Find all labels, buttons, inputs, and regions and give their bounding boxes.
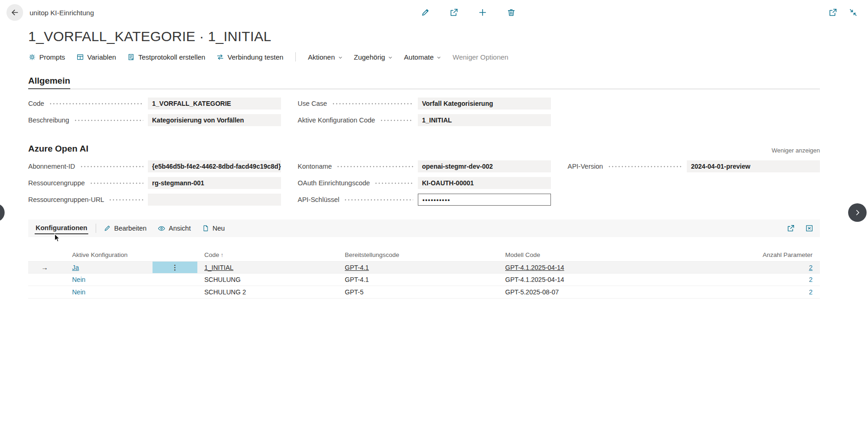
action-label: Verbindung testen (227, 53, 283, 61)
field-value-beschreibung[interactable]: Kategorisierung von Vorfällen (148, 114, 281, 126)
dotted-leader (374, 183, 413, 184)
cell-modell-code[interactable]: GPT-4.1.2025-04-14 (505, 264, 564, 271)
field-api-schluessel: API-Schlüssel •••••••••• (298, 194, 551, 206)
cell-bereitstellungscode[interactable]: GPT-4.1 (345, 276, 369, 283)
table-row[interactable]: → Ja ⋮ 1_INITIAL GPT-4.1 GPT-4.1.2025-04… (28, 261, 820, 274)
field-value-code[interactable]: 1_VORFALL_KATEGORIE (148, 98, 281, 110)
section-azure-header: Azure Open AI Weniger anzeigen (28, 144, 820, 154)
share-button[interactable] (449, 8, 458, 17)
cell-anzahl-parameter[interactable]: 2 (809, 276, 813, 283)
field-beschreibung: Beschreibung Kategorisierung von Vorfäll… (28, 114, 281, 126)
part-actions: Bearbeiten Ansicht Neu (104, 225, 225, 232)
back-button[interactable] (6, 4, 23, 21)
action-verbindung-testen[interactable]: Verbindung testen (216, 53, 283, 61)
app-caption: unitop KI-Einrichtung (30, 9, 94, 17)
field-api-version: API-Version 2024-04-01-preview (568, 160, 820, 172)
cell-modell-code[interactable]: GPT-4.1.2025-04-14 (505, 276, 564, 283)
column-header-modell-code[interactable]: Modell Code (502, 251, 734, 258)
action-variablen[interactable]: Variablen (76, 53, 116, 61)
cell-aktive-konfiguration[interactable]: Ja (72, 264, 79, 271)
delete-button[interactable] (507, 8, 516, 17)
cell-aktive-konfiguration[interactable]: Nein (72, 288, 86, 296)
open-in-new-window-button[interactable] (828, 8, 837, 17)
tab-konfigurationen[interactable]: Konfigurationen (35, 223, 88, 234)
column-header-code[interactable]: Code↑ (202, 251, 342, 258)
dotted-leader (332, 103, 413, 104)
share-part-button[interactable] (787, 224, 795, 232)
cell-anzahl-parameter[interactable]: 2 (809, 288, 813, 296)
dotted-leader (90, 183, 143, 184)
part-action-ansicht[interactable]: Ansicht (158, 225, 191, 232)
field-label: OAuth Einrichtungscode (298, 179, 370, 187)
part-action-label: Neu (213, 225, 225, 232)
field-value-ressourcengruppe[interactable]: rg-stegmann-001 (148, 177, 281, 189)
open-in-excel-button[interactable] (805, 224, 813, 232)
cell-anzahl-parameter[interactable]: 2 (809, 264, 813, 271)
edit-button[interactable] (421, 8, 430, 17)
field-label: API-Version (568, 163, 603, 170)
menu-label: Automate (404, 53, 434, 61)
ellipsis-icon: ⋮ (171, 263, 178, 272)
cell-bereitstellungscode[interactable]: GPT-5 (345, 288, 363, 296)
menu-label: Aktionen (308, 53, 335, 61)
page-title: 1_VORFALL_KATEGORIE · 1_INITIAL (28, 29, 868, 44)
part-action-bearbeiten[interactable]: Bearbeiten (104, 225, 147, 232)
cell-modell-code[interactable]: GPT-5.2025-08-07 (505, 288, 559, 296)
field-abonnement-id: Abonnement-ID {e5b46d5b-f4e2-4462-8dbd-f… (28, 160, 281, 172)
collapse-button[interactable] (849, 8, 858, 17)
field-aktive-konfiguration-code: Aktive Konfiguration Code 1_INITIAL (298, 114, 551, 126)
chevron-down-icon (338, 55, 343, 60)
field-value-kontoname[interactable]: openai-stegmr-dev-002 (418, 160, 551, 172)
field-value-abonnement-id[interactable]: {e5b46d5b-f4e2-4462-8dbd-facd49c19c8d} (148, 160, 281, 172)
new-record-button[interactable] (478, 8, 487, 17)
cell-code[interactable]: SCHULUNG 2 (204, 288, 246, 296)
menu-label: Zugehörig (354, 53, 385, 61)
field-value-oauth-einrichtungscode[interactable]: KI-OAUTH-00001 (418, 177, 551, 189)
next-record-button[interactable] (848, 203, 867, 222)
page-content: Allgemein Code 1_VORFALL_KATEGORIE Use C… (28, 76, 820, 206)
azure-fields: Abonnement-ID {e5b46d5b-f4e2-4462-8dbd-f… (28, 160, 820, 206)
cell-code[interactable]: 1_INITIAL (204, 264, 233, 271)
action-label: Prompts (39, 53, 65, 61)
menu-aktionen[interactable]: Aktionen (308, 53, 342, 61)
cell-code[interactable]: SCHULUNG (204, 276, 241, 283)
dotted-leader (109, 199, 143, 201)
field-oauth-einrichtungscode: OAuth Einrichtungscode KI-OAUTH-00001 (298, 177, 551, 189)
action-prompts[interactable]: Prompts (28, 53, 65, 61)
show-less-link[interactable]: Weniger anzeigen (771, 147, 820, 154)
field-value-use-case[interactable]: Vorfall Kategorisierung (418, 98, 551, 110)
section-title-azure[interactable]: Azure Open AI (28, 144, 88, 154)
cell-aktive-konfiguration[interactable]: Nein (72, 276, 86, 283)
previous-record-button[interactable] (0, 203, 5, 222)
selected-cell[interactable]: ⋮ (153, 262, 197, 273)
part-right-actions (787, 224, 813, 232)
field-label: Abonnement-ID (28, 163, 75, 170)
part-action-label: Ansicht (169, 225, 191, 232)
field-value-ressourcengruppen-url[interactable] (148, 194, 281, 206)
table-row[interactable]: Nein SCHULUNG 2 GPT-5 GPT-5.2025-08-07 2 (28, 286, 820, 299)
section-title-allgemein[interactable]: Allgemein (28, 76, 70, 89)
configurations-table: Aktive Konfiguration Code↑ Bereitstellun… (28, 248, 820, 299)
part-action-neu[interactable]: Neu (202, 225, 225, 232)
cell-bereitstellungscode[interactable]: GPT-4.1 (345, 264, 369, 271)
part-action-label: Bearbeiten (114, 225, 147, 232)
field-value-api-schluessel[interactable]: •••••••••• (418, 194, 551, 206)
share-icon (787, 224, 795, 232)
open-in-excel-icon (805, 224, 813, 232)
column-header-aktive-konfiguration[interactable]: Aktive Konfiguration (69, 248, 202, 261)
popout-icon (828, 8, 837, 17)
field-value-aktive-konfiguration-code[interactable]: 1_INITIAL (418, 114, 551, 126)
table-row[interactable]: Nein SCHULUNG GPT-4.1 GPT-4.1.2025-04-14… (28, 274, 820, 286)
section-allgemein-header: Allgemein (28, 76, 820, 89)
connection-test-icon (216, 53, 224, 61)
column-header-bereitstellungscode[interactable]: Bereitstellungscode (342, 251, 502, 258)
field-use-case: Use Case Vorfall Kategorisierung (298, 98, 551, 110)
menu-automate[interactable]: Automate (404, 53, 441, 61)
menu-zugehoerig[interactable]: Zugehörig (354, 53, 393, 61)
action-testprotokoll[interactable]: Testprotokoll erstellen (127, 53, 205, 61)
field-label: Code (28, 100, 44, 107)
column-header-anzahl-parameter[interactable]: Anzahl Parameter (734, 251, 820, 258)
less-options-button[interactable]: Weniger Optionen (452, 53, 508, 61)
action-label: Variablen (87, 53, 116, 61)
field-value-api-version[interactable]: 2024-04-01-preview (687, 160, 820, 172)
